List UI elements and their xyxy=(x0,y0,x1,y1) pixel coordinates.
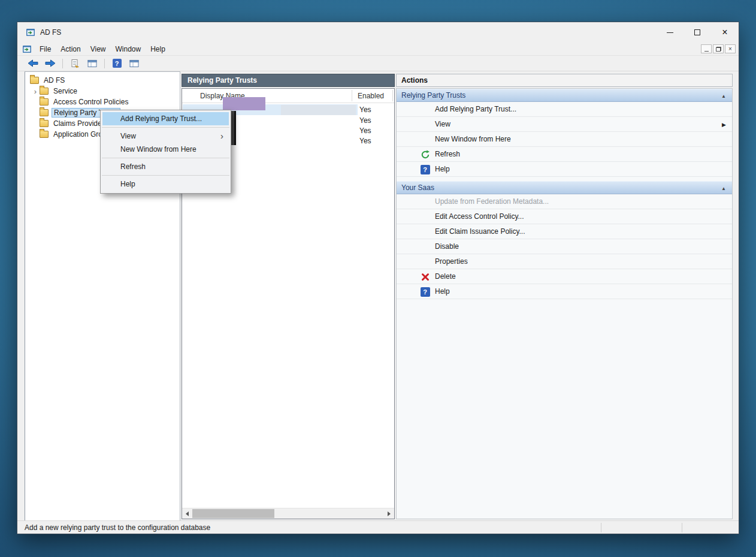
action-label: View xyxy=(435,120,450,128)
mdi-close-button[interactable]: × xyxy=(725,44,736,53)
actions-title-label: Actions xyxy=(401,76,428,85)
new-window-icon xyxy=(129,59,139,68)
export-list-button[interactable] xyxy=(68,57,82,70)
minimize-button[interactable] xyxy=(656,22,684,43)
results-pane-title-label: Relying Party Trusts xyxy=(188,76,257,85)
action-help[interactable]: ? Help xyxy=(397,162,732,177)
scroll-left-button[interactable] xyxy=(182,508,192,519)
maximize-icon xyxy=(694,29,700,35)
action-add-relying-party-trust[interactable]: Add Relying Party Trust... xyxy=(397,102,732,117)
expand-chevron-icon[interactable]: › xyxy=(31,88,40,95)
show-console-tree-button[interactable] xyxy=(85,57,99,70)
app-icon xyxy=(26,28,35,37)
menu-view[interactable]: View xyxy=(86,43,111,55)
action-new-window-from-here[interactable]: New Window from Here xyxy=(397,132,732,147)
export-list-icon xyxy=(70,59,80,68)
action-properties[interactable]: Properties xyxy=(397,254,732,269)
actions-pane-body: Relying Party Trusts ▲ Add Relying Party… xyxy=(396,88,733,519)
action-label: Disable xyxy=(435,242,459,251)
status-divider xyxy=(682,523,682,532)
scroll-right-button[interactable] xyxy=(384,508,394,519)
collapse-arrow-icon[interactable]: ▲ xyxy=(721,94,726,99)
show-console-tree-icon xyxy=(87,59,97,68)
folder-icon xyxy=(40,120,49,127)
action-label: Edit Claim Issuance Policy... xyxy=(435,227,525,236)
action-label: Refresh xyxy=(435,150,460,158)
mdi-restore-button[interactable] xyxy=(713,44,724,53)
mdi-window-controls: × xyxy=(701,44,736,53)
action-disable[interactable]: Disable xyxy=(397,239,732,254)
back-button[interactable] xyxy=(26,57,40,70)
forward-button[interactable] xyxy=(43,57,58,70)
action-refresh[interactable]: Refresh xyxy=(397,147,732,162)
toolbar-separator xyxy=(104,59,105,68)
context-menu-new-window-from-here[interactable]: New Window from Here xyxy=(102,143,229,156)
menu-file[interactable]: File xyxy=(35,43,56,55)
tree-item-adfs[interactable]: AD FS xyxy=(25,75,180,86)
context-menu-label: New Window from Here xyxy=(120,145,196,153)
tree-item-label: Service xyxy=(52,86,79,96)
forward-arrow-icon xyxy=(45,59,56,67)
tree-item-service[interactable]: › Service xyxy=(25,86,180,97)
back-arrow-icon xyxy=(28,59,38,67)
action-edit-claim-issuance-policy[interactable]: Edit Claim Issuance Policy... xyxy=(397,224,732,239)
menu-action[interactable]: Action xyxy=(56,43,85,55)
action-delete[interactable]: Delete xyxy=(397,269,732,284)
folder-icon xyxy=(40,131,49,138)
mdi-close-icon: × xyxy=(728,46,732,52)
context-menu: Add Relying Party Trust... View › New Wi… xyxy=(100,110,231,194)
context-menu-label: Help xyxy=(120,180,135,188)
minimize-icon xyxy=(667,32,673,33)
enabled-cell: Yes xyxy=(359,106,371,114)
close-button[interactable]: × xyxy=(711,22,739,43)
section-header-label: Your Saas xyxy=(401,183,434,192)
action-update-from-federation-metadata: Update from Federation Metadata... xyxy=(397,194,732,209)
folder-icon xyxy=(40,109,49,116)
submenu-arrow-icon: ▶ xyxy=(722,122,726,128)
results-pane-title: Relying Party Trusts xyxy=(182,74,395,87)
context-menu-help[interactable]: Help xyxy=(102,177,229,191)
maximize-button[interactable] xyxy=(684,22,711,43)
column-divider[interactable] xyxy=(392,90,393,101)
tree-item-access-control-policies[interactable]: Access Control Policies xyxy=(25,97,180,107)
help-button[interactable]: ? xyxy=(110,57,124,70)
column-enabled[interactable]: Enabled xyxy=(358,92,384,100)
mdi-minimize-icon xyxy=(704,51,709,52)
console-document-icon xyxy=(22,44,32,54)
context-menu-refresh[interactable]: Refresh xyxy=(102,160,229,173)
toolbar-separator xyxy=(62,59,63,68)
context-menu-label: View xyxy=(120,132,136,140)
help-icon: ? xyxy=(420,287,430,297)
enabled-cell: Yes xyxy=(359,116,371,125)
context-menu-add-relying-party-trust[interactable]: Add Relying Party Trust... xyxy=(102,112,229,125)
menu-help[interactable]: Help xyxy=(146,43,170,55)
action-label: Edit Access Control Policy... xyxy=(435,212,524,221)
actions-section-your-saas[interactable]: Your Saas ▲ xyxy=(397,181,732,194)
folder-icon xyxy=(40,98,49,106)
column-divider[interactable] xyxy=(352,90,352,101)
horizontal-scrollbar[interactable] xyxy=(182,508,394,519)
mdi-minimize-button[interactable] xyxy=(701,44,712,53)
scroll-right-icon xyxy=(388,511,391,516)
section-header-label: Relying Party Trusts xyxy=(401,91,465,100)
help-icon: ? xyxy=(113,59,122,68)
enabled-cell: Yes xyxy=(359,127,371,135)
scrollbar-thumb[interactable] xyxy=(192,509,274,518)
action-label: Delete xyxy=(435,272,456,281)
title-bar[interactable]: AD FS × xyxy=(17,22,739,43)
actions-section-relying-party-trusts[interactable]: Relying Party Trusts ▲ xyxy=(397,89,732,102)
context-menu-separator xyxy=(102,127,229,128)
new-window-button[interactable] xyxy=(127,57,141,70)
action-view[interactable]: View ▶ xyxy=(397,117,732,132)
desktop-background: AD FS × File Action View Window Help × xyxy=(0,0,756,557)
window-title: AD FS xyxy=(40,28,61,37)
action-label: Update from Federation Metadata... xyxy=(435,197,549,206)
action-edit-access-control-policy[interactable]: Edit Access Control Policy... xyxy=(397,209,732,224)
action-help-saas[interactable]: ? Help xyxy=(397,284,732,299)
mdi-restore-icon xyxy=(716,47,721,52)
action-label: Add Relying Party Trust... xyxy=(435,105,516,113)
delete-icon xyxy=(420,272,430,282)
menu-window[interactable]: Window xyxy=(111,43,146,55)
context-menu-view[interactable]: View › xyxy=(102,130,229,143)
collapse-arrow-icon[interactable]: ▲ xyxy=(721,186,726,191)
